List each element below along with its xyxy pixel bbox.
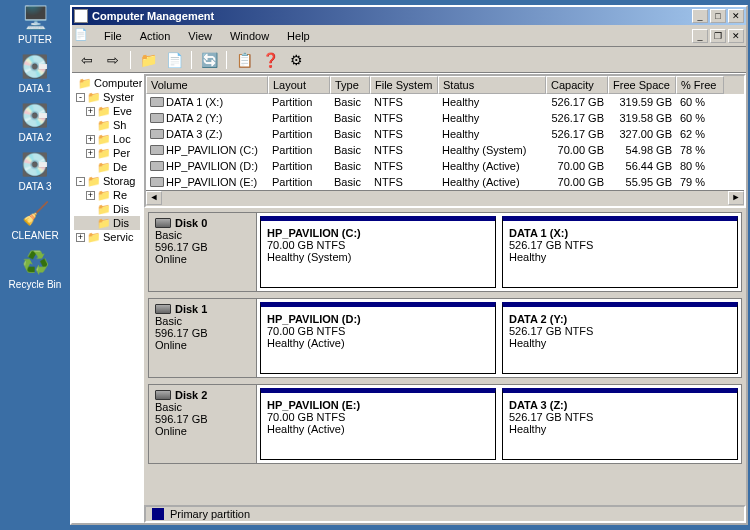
window-title: Computer Management bbox=[92, 10, 214, 22]
volume-list[interactable]: VolumeLayoutTypeFile SystemStatusCapacit… bbox=[144, 74, 746, 208]
child-close-button[interactable]: ✕ bbox=[728, 29, 744, 43]
minimize-button[interactable]: _ bbox=[692, 9, 708, 23]
partition-name: HP_PAVILION (E:) bbox=[267, 399, 489, 411]
tree-pane[interactable]: 📁Computer-📁Syster+📁Eve📁Sh+📁Loc+📁Per📁De-📁… bbox=[72, 74, 144, 523]
column-header-status[interactable]: Status bbox=[438, 76, 546, 94]
desktop-icon-drive[interactable]: 💽DATA 1 bbox=[19, 53, 52, 94]
child-minimize-button[interactable]: _ bbox=[692, 29, 708, 43]
tree-label: Sh bbox=[113, 119, 126, 131]
desktop-icon-cleaner[interactable]: 🧹CLEANER bbox=[11, 200, 58, 241]
help-icon[interactable]: ❓ bbox=[259, 50, 281, 70]
volume-row[interactable]: HP_PAVILION (D:) Partition Basic NTFS He… bbox=[146, 158, 744, 174]
volume-row[interactable]: HP_PAVILION (E:) Partition Basic NTFS He… bbox=[146, 174, 744, 190]
tree-node[interactable]: +📁Servic bbox=[74, 230, 140, 244]
child-restore-button[interactable]: ❐ bbox=[710, 29, 726, 43]
partition[interactable]: HP_PAVILION (D:) 70.00 GB NTFS Healthy (… bbox=[260, 302, 496, 374]
tree-item-icon: 📁 bbox=[97, 161, 111, 173]
titlebar[interactable]: ⊞ Computer Management _ □ ✕ bbox=[72, 7, 746, 25]
volume-row[interactable]: DATA 2 (Y:) Partition Basic NTFS Healthy… bbox=[146, 110, 744, 126]
disk-row[interactable]: Disk 1 Basic 596.17 GB Online HP_PAVILIO… bbox=[148, 298, 742, 378]
tree-node[interactable]: +📁Loc bbox=[74, 132, 140, 146]
scroll-left-button[interactable]: ◄ bbox=[146, 191, 162, 205]
tree-node[interactable]: +📁Re bbox=[74, 188, 140, 202]
partition[interactable]: HP_PAVILION (C:) 70.00 GB NTFS Healthy (… bbox=[260, 216, 496, 288]
disk-graphical-view[interactable]: Disk 0 Basic 596.17 GB Online HP_PAVILIO… bbox=[144, 208, 746, 505]
disk-row[interactable]: Disk 2 Basic 596.17 GB Online HP_PAVILIO… bbox=[148, 384, 742, 464]
menu-view[interactable]: View bbox=[180, 28, 220, 44]
tree-expand-icon[interactable]: - bbox=[76, 177, 85, 186]
settings-icon[interactable]: ⚙ bbox=[285, 50, 307, 70]
volume-row[interactable]: DATA 1 (X:) Partition Basic NTFS Healthy… bbox=[146, 94, 744, 110]
menu-window[interactable]: Window bbox=[222, 28, 277, 44]
close-button[interactable]: ✕ bbox=[728, 9, 744, 23]
toolbar: ⇦⇨📁📄🔄📋❓⚙ bbox=[72, 47, 746, 73]
partition-status: Healthy (System) bbox=[267, 251, 489, 263]
tree-label: Servic bbox=[103, 231, 134, 243]
disk-row[interactable]: Disk 0 Basic 596.17 GB Online HP_PAVILIO… bbox=[148, 212, 742, 292]
column-header-file-system[interactable]: File System bbox=[370, 76, 438, 94]
horizontal-scrollbar[interactable]: ◄ ► bbox=[146, 190, 744, 206]
tree-node[interactable]: +📁Per bbox=[74, 146, 140, 160]
volume-icon bbox=[150, 177, 164, 187]
tree-node[interactable]: -📁Storag bbox=[74, 174, 140, 188]
export-icon[interactable]: 📋 bbox=[233, 50, 255, 70]
cleaner-icon: 🧹 bbox=[19, 200, 51, 228]
menu-action[interactable]: Action bbox=[132, 28, 179, 44]
volume-status: Healthy (System) bbox=[438, 143, 546, 157]
volume-name: DATA 3 (Z:) bbox=[166, 128, 222, 140]
properties-icon[interactable]: 📄 bbox=[163, 50, 185, 70]
tree-expand-icon[interactable]: + bbox=[86, 191, 95, 200]
disk-type: Basic bbox=[155, 401, 250, 413]
tree-expand-icon[interactable]: + bbox=[86, 107, 95, 116]
volume-free: 327.00 GB bbox=[608, 127, 676, 141]
tree-node[interactable]: 📁Dis bbox=[74, 216, 140, 230]
column-header-layout[interactable]: Layout bbox=[268, 76, 330, 94]
tree-expand-icon[interactable]: + bbox=[86, 135, 95, 144]
refresh-icon[interactable]: 🔄 bbox=[198, 50, 220, 70]
tree-node[interactable]: 📁Computer bbox=[74, 76, 140, 90]
disk-title: Disk 1 bbox=[175, 303, 207, 315]
tree-item-icon: 📁 bbox=[97, 133, 111, 145]
up-folder-icon[interactable]: 📁 bbox=[137, 50, 159, 70]
volume-status: Healthy bbox=[438, 127, 546, 141]
column-header-volume[interactable]: Volume bbox=[146, 76, 268, 94]
volume-fs: NTFS bbox=[370, 95, 438, 109]
back-icon[interactable]: ⇦ bbox=[76, 50, 98, 70]
disk-icon bbox=[155, 218, 171, 228]
column-header-%-free[interactable]: % Free bbox=[676, 76, 724, 94]
column-header-type[interactable]: Type bbox=[330, 76, 370, 94]
volume-capacity: 70.00 GB bbox=[546, 175, 608, 189]
partition[interactable]: DATA 2 (Y:) 526.17 GB NTFS Healthy bbox=[502, 302, 738, 374]
desktop-icon-drive[interactable]: 💽DATA 3 bbox=[19, 151, 52, 192]
tree-node[interactable]: 📁Dis bbox=[74, 202, 140, 216]
volume-row[interactable]: HP_PAVILION (C:) Partition Basic NTFS He… bbox=[146, 142, 744, 158]
column-header-free-space[interactable]: Free Space bbox=[608, 76, 676, 94]
volume-capacity: 70.00 GB bbox=[546, 159, 608, 173]
forward-icon[interactable]: ⇨ bbox=[102, 50, 124, 70]
tree-node[interactable]: +📁Eve bbox=[74, 104, 140, 118]
partition-info: 70.00 GB NTFS bbox=[267, 411, 489, 423]
volume-row[interactable]: DATA 3 (Z:) Partition Basic NTFS Healthy… bbox=[146, 126, 744, 142]
tree-node[interactable]: -📁Syster bbox=[74, 90, 140, 104]
volume-fs: NTFS bbox=[370, 175, 438, 189]
maximize-button[interactable]: □ bbox=[710, 9, 726, 23]
tree-expand-icon[interactable]: + bbox=[76, 233, 85, 242]
partition[interactable]: HP_PAVILION (E:) 70.00 GB NTFS Healthy (… bbox=[260, 388, 496, 460]
desktop-icon-computer[interactable]: 🖥️PUTER bbox=[18, 4, 52, 45]
column-header-capacity[interactable]: Capacity bbox=[546, 76, 608, 94]
tree-expand-icon[interactable]: + bbox=[86, 149, 95, 158]
disk-info: Disk 1 Basic 596.17 GB Online bbox=[149, 299, 257, 377]
desktop-icon-drive[interactable]: 💽DATA 2 bbox=[19, 102, 52, 143]
partition[interactable]: DATA 1 (X:) 526.17 GB NTFS Healthy bbox=[502, 216, 738, 288]
desktop-icon-recycle[interactable]: ♻️Recycle Bin bbox=[9, 249, 62, 290]
menu-help[interactable]: Help bbox=[279, 28, 318, 44]
menu-file[interactable]: File bbox=[96, 28, 130, 44]
tree-expand-icon[interactable]: - bbox=[76, 93, 85, 102]
partition[interactable]: DATA 3 (Z:) 526.17 GB NTFS Healthy bbox=[502, 388, 738, 460]
scroll-right-button[interactable]: ► bbox=[728, 191, 744, 205]
volume-layout: Partition bbox=[268, 159, 330, 173]
volume-capacity: 526.17 GB bbox=[546, 95, 608, 109]
tree-node[interactable]: 📁Sh bbox=[74, 118, 140, 132]
tree-node[interactable]: 📁De bbox=[74, 160, 140, 174]
volume-pct: 60 % bbox=[676, 95, 724, 109]
